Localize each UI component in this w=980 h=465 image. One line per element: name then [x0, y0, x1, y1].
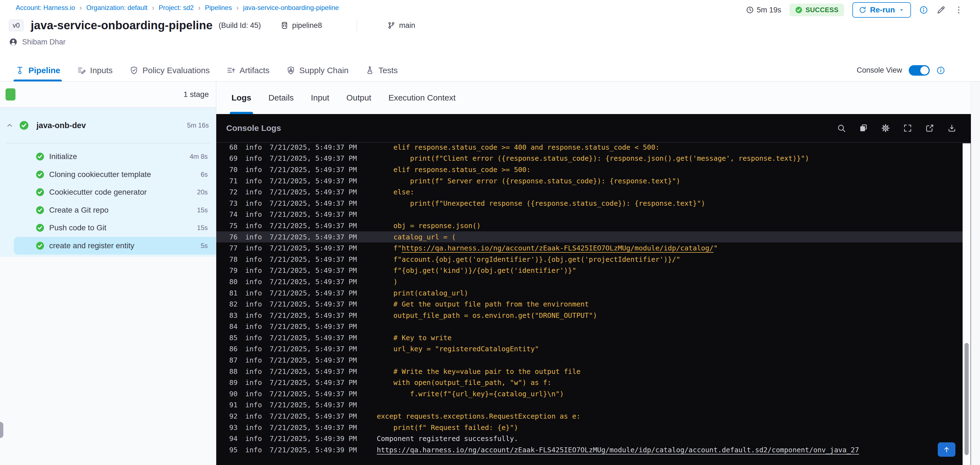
page-scrollbar-gutter[interactable]	[971, 81, 980, 465]
breadcrumb-link[interactable]: Account: Harness.io	[16, 4, 75, 12]
download-icon[interactable]	[947, 124, 956, 133]
tab-policy-evaluations[interactable]: Policy Evaluations	[129, 59, 210, 81]
detail-tab-logs[interactable]: Logs	[231, 81, 251, 114]
step-cookiecutter-code-generator[interactable]: Cookiecutter code generator 20s	[0, 183, 216, 201]
breadcrumb: Account: Harness.io›Organization: defaul…	[16, 2, 339, 12]
breadcrumb-link[interactable]: Project: sd2	[159, 4, 194, 12]
total-duration: 5m 19s	[746, 6, 781, 14]
log-timestamp: 7/21/2025, 5:49:37 PM	[270, 322, 357, 330]
log-level: info	[245, 334, 262, 342]
search-icon[interactable]	[837, 124, 846, 133]
edit-icon[interactable]	[936, 5, 946, 14]
tab-supply-chain[interactable]: Supply Chain	[286, 59, 348, 81]
log-level: info	[245, 412, 262, 420]
log-line-85: 85 info 7/21/2025, 5:49:37 PM # Key to w…	[216, 332, 963, 343]
step-create-a-git-repo[interactable]: Create a Git repo 15s	[0, 201, 216, 219]
settings-icon[interactable]	[881, 124, 890, 133]
stage-section: java-onb-dev 5m 16s Initialize 4m 8s Clo…	[0, 108, 216, 257]
branch-name: main	[399, 21, 415, 30]
log-viewer[interactable]: 68 info 7/21/2025, 5:49:37 PM elif respo…	[216, 143, 963, 465]
log-code-segment: url_key = "registeredCatalogEntity"	[377, 345, 539, 353]
log-line-number: 82	[229, 300, 239, 308]
log-timestamp: 7/21/2025, 5:49:37 PM	[270, 166, 357, 174]
step-push-code-to-git[interactable]: Push code to Git 15s	[0, 219, 216, 237]
log-timestamp: 7/21/2025, 5:49:37 PM	[270, 300, 357, 308]
artifacts-icon	[226, 66, 235, 75]
log-text: Component registered successfully.	[377, 435, 518, 443]
console-view-toggle[interactable]	[909, 65, 930, 76]
log-line-number: 87	[229, 356, 239, 364]
breadcrumb-separator: ›	[198, 5, 200, 11]
copy-icon[interactable]	[859, 124, 868, 133]
detail-tab-output[interactable]: Output	[346, 81, 371, 114]
log-code-segment: else:	[377, 188, 414, 196]
detail-tab-execution-context[interactable]: Execution Context	[388, 81, 455, 114]
more-vertical-icon[interactable]	[954, 5, 963, 14]
stage-row-java-onb-dev[interactable]: java-onb-dev 5m 16s	[0, 108, 216, 143]
fullscreen-icon[interactable]	[903, 124, 912, 133]
step-label: Cookiecutter code generator	[49, 188, 147, 197]
log-line-number: 95	[229, 446, 239, 454]
rerun-button[interactable]: Re-run	[853, 2, 911, 17]
tab-tests[interactable]: Tests	[365, 59, 398, 81]
breadcrumb-link[interactable]: Organization: default	[86, 4, 147, 12]
log-level: info	[245, 345, 262, 353]
branch-chip[interactable]: main	[387, 21, 415, 30]
log-line-number: 89	[229, 379, 239, 387]
log-timestamp: 7/21/2025, 5:49:37 PM	[270, 143, 357, 151]
log-text: elif response.status_code >= 400 and res…	[377, 143, 660, 151]
log-line-84: 84 info 7/21/2025, 5:49:37 PM	[216, 321, 963, 332]
stage-success-icon	[19, 120, 29, 131]
caret-down-icon	[898, 6, 905, 13]
breadcrumb-link[interactable]: java-service-onboarding-pipeline	[243, 4, 339, 12]
page-title: java-service-onboarding-pipeline	[31, 19, 212, 32]
tab-artifacts[interactable]: Artifacts	[226, 59, 269, 81]
step-create-and-register-entity[interactable]: create and register entity 5s	[0, 237, 216, 255]
log-line-number: 93	[229, 424, 239, 432]
console-view-info-icon[interactable]	[936, 66, 945, 75]
log-text: f"account.{obj.get('orgIdentifier')}.{ob…	[377, 256, 680, 263]
console-view-label: Console View	[856, 66, 902, 75]
step-initialize[interactable]: Initialize 4m 8s	[0, 148, 216, 166]
detail-tab-details[interactable]: Details	[269, 81, 294, 114]
chevron-up-icon[interactable]	[6, 121, 14, 130]
log-timestamp: 7/21/2025, 5:49:37 PM	[270, 379, 357, 387]
stages-sidebar: 1 stage java-onb-dev 5m 16s Initialize 4…	[0, 81, 216, 465]
breadcrumb-link[interactable]: Pipelines	[205, 4, 232, 12]
step-label: Cloning cookiecutter template	[49, 170, 151, 179]
log-code-segment: print(f" Server error ({response.status_…	[377, 177, 680, 185]
log-line-88: 88 info 7/21/2025, 5:49:37 PM # Write th…	[216, 366, 963, 377]
log-line-number: 70	[229, 166, 239, 174]
log-link[interactable]: https://qa.harness.io/ng/account/zEaak-F…	[402, 244, 713, 252]
rerun-label: Re-run	[870, 6, 895, 14]
log-text: f.write(f"{url_key}={catalog_url}\n")	[377, 390, 564, 398]
step-cloning-cookiecutter-template[interactable]: Cloning cookiecutter template 6s	[0, 166, 216, 184]
scrollbar-thumb[interactable]	[964, 343, 969, 455]
tab-inputs[interactable]: Inputs	[77, 59, 113, 81]
log-code-segment: f.write(f"{url_key}={catalog_url}\n")	[377, 390, 564, 398]
log-line-number: 91	[229, 401, 239, 409]
log-timestamp: 7/21/2025, 5:49:37 PM	[270, 177, 357, 185]
log-code-segment: f"	[377, 244, 402, 252]
log-link[interactable]: https://qa.harness.io/ng/account/zEaak-F…	[377, 446, 859, 454]
detail-tab-input[interactable]: Input	[311, 81, 329, 114]
status-badge: SUCCESS	[789, 3, 844, 16]
log-code-segment: elif response.status_code >= 500:	[377, 166, 531, 174]
scroll-to-top-button[interactable]	[938, 442, 955, 457]
log-timestamp: 7/21/2025, 5:49:37 PM	[270, 188, 357, 196]
tests-icon	[365, 66, 375, 75]
build-id: (Build Id: 45)	[219, 21, 261, 30]
open-in-new-icon[interactable]	[925, 124, 934, 133]
info-icon[interactable]	[919, 6, 928, 14]
log-line-number: 71	[229, 177, 239, 185]
log-text: else:	[377, 188, 414, 196]
tab-pipeline[interactable]: Pipeline	[15, 59, 60, 81]
log-timestamp: 7/21/2025, 5:49:37 PM	[270, 154, 357, 162]
repository-chip[interactable]: pipeline8	[280, 21, 322, 30]
stage-duration: 5m 16s	[187, 122, 209, 129]
sidebar-drag-handle[interactable]	[0, 422, 3, 438]
console-scrollbar[interactable]	[963, 143, 970, 465]
log-line-number: 68	[229, 143, 239, 151]
log-level: info	[245, 233, 262, 241]
log-code-segment: print(f"Client error ({response.status_c…	[377, 154, 809, 162]
